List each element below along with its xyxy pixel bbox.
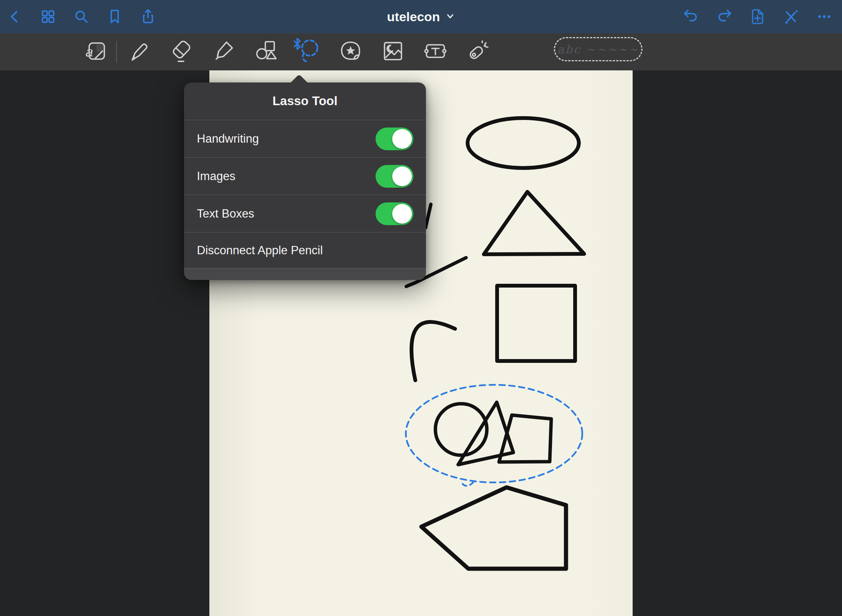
handwriting-toggle[interactable] — [376, 128, 413, 150]
toggle-knob — [392, 204, 412, 224]
search-icon — [73, 8, 90, 25]
share-icon — [139, 8, 157, 25]
images-label: Images — [197, 170, 235, 183]
highlighter-icon — [211, 39, 236, 65]
disconnect-apple-pencil-button[interactable]: Disconnect Apple Pencil — [184, 233, 426, 268]
text-boxes-toggle[interactable] — [376, 202, 413, 225]
chevron-down-icon — [445, 9, 455, 24]
popover-footer — [184, 268, 426, 280]
image-icon — [380, 39, 405, 65]
nav-left-group — [6, 8, 157, 25]
bookmark-button[interactable] — [106, 8, 123, 25]
navigation-bar: utelecon — [0, 0, 842, 33]
more-button[interactable] — [815, 8, 833, 25]
pen-tool[interactable] — [126, 37, 151, 67]
document-title-menu[interactable]: utelecon — [387, 9, 455, 24]
search-button[interactable] — [73, 8, 90, 25]
lasso-tool-popover: Lasso Tool Handwriting Images Text Boxes… — [184, 82, 426, 280]
handwriting-preview-area[interactable]: abc ~~~~~ — [554, 37, 642, 61]
images-row: Images — [184, 158, 426, 195]
shapes-icon — [253, 39, 278, 65]
stop-editing-icon — [782, 8, 800, 25]
toggle-knob — [392, 166, 412, 186]
undo-icon — [682, 8, 700, 25]
sticker-icon — [338, 39, 363, 65]
sticker-tool[interactable] — [338, 37, 363, 67]
add-page-icon — [749, 8, 766, 25]
shapes-tool[interactable] — [253, 37, 278, 67]
text-tool[interactable] — [423, 37, 448, 67]
handwriting-preview-text: abc ~~~~~ — [557, 43, 639, 56]
thumbnails-grid-icon — [39, 8, 57, 25]
text-boxes-row: Text Boxes — [184, 195, 426, 233]
handwriting-row: Handwriting — [184, 120, 426, 158]
images-toggle[interactable] — [376, 165, 413, 188]
tools-toolbar: a — [0, 33, 842, 70]
text-icon — [423, 39, 448, 65]
nav-right-group — [682, 8, 833, 25]
eraser-tool[interactable] — [168, 37, 193, 67]
highlighter-tool[interactable] — [211, 37, 236, 67]
eraser-icon — [168, 39, 193, 65]
image-tool[interactable] — [380, 37, 405, 67]
more-icon — [815, 8, 833, 25]
popover-title: Lasso Tool — [184, 82, 426, 120]
app-screen: { "navbar": { "title": "utelecon", "left… — [0, 0, 842, 616]
bookmark-icon — [106, 8, 123, 25]
disconnect-apple-pencil-label: Disconnect Apple Pencil — [197, 244, 323, 257]
stop-editing-button[interactable] — [782, 8, 800, 25]
bluetooth-icon — [293, 37, 302, 52]
redo-button[interactable] — [716, 8, 733, 25]
redo-icon — [716, 8, 733, 25]
back-button[interactable] — [6, 8, 23, 25]
share-button[interactable] — [139, 8, 157, 25]
zoom-window-tool[interactable]: a — [83, 37, 108, 67]
svg-text:a: a — [85, 44, 93, 59]
add-page-button[interactable] — [749, 8, 766, 25]
undo-button[interactable] — [682, 8, 700, 25]
pen-icon — [126, 39, 151, 65]
thumbnails-button[interactable] — [39, 8, 57, 25]
toolbar-divider — [116, 41, 117, 63]
lasso-tool[interactable] — [296, 37, 321, 67]
toggle-knob — [392, 129, 412, 149]
zoom-window-icon: a — [83, 39, 108, 65]
text-boxes-label: Text Boxes — [197, 207, 254, 221]
pointer-tool[interactable] — [465, 37, 490, 67]
pointer-icon — [465, 39, 490, 65]
document-title: utelecon — [387, 9, 440, 24]
back-icon — [6, 8, 23, 25]
handwriting-label: Handwriting — [197, 132, 259, 146]
